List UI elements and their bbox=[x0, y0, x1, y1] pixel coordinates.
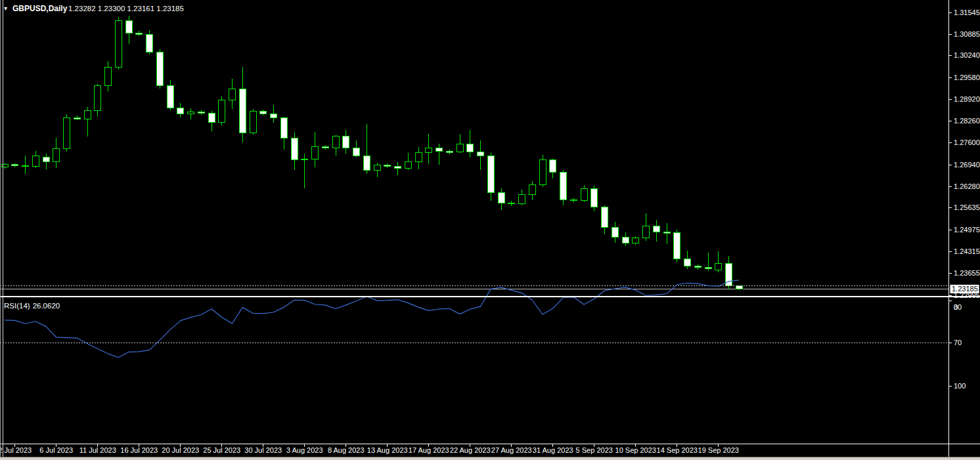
time-axis[interactable] bbox=[3, 444, 948, 457]
pane-divider[interactable] bbox=[0, 296, 980, 297]
main-chart-pane[interactable] bbox=[3, 0, 948, 296]
chart-window: 1.315451.308851.302401.295801.289201.282… bbox=[0, 0, 980, 460]
price-axis[interactable] bbox=[949, 0, 980, 444]
rsi-pane[interactable] bbox=[3, 299, 948, 444]
window-bottom-frame bbox=[0, 457, 980, 460]
